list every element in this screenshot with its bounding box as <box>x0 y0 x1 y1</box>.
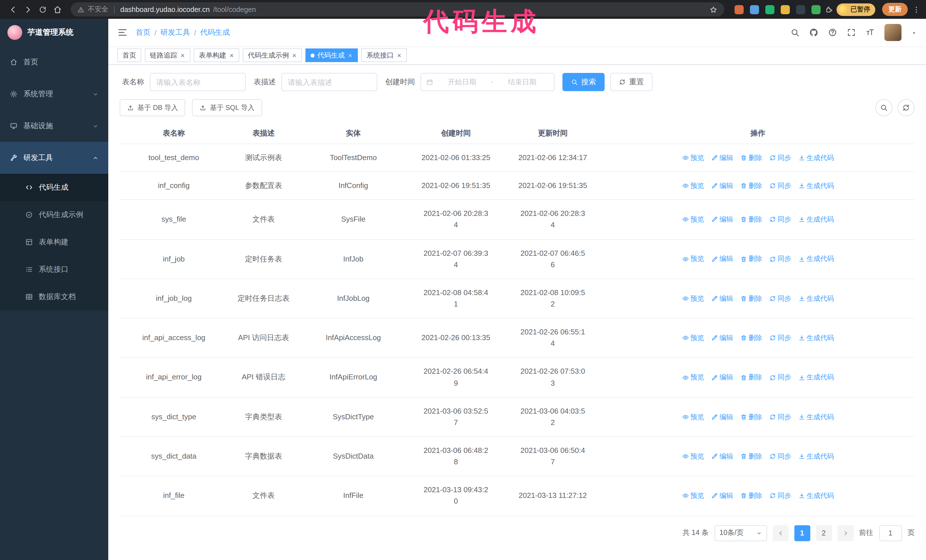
preview-link[interactable]: 预览 <box>682 412 704 422</box>
edit-link[interactable]: 编辑 <box>711 214 733 225</box>
extensions-puzzle-icon[interactable] <box>825 4 833 15</box>
close-icon[interactable] <box>180 53 185 58</box>
generate-code-link[interactable]: 生成代码 <box>798 333 834 343</box>
font-size-icon[interactable] <box>865 28 875 37</box>
date-range-picker[interactable]: 开始日期 - 结束日期 <box>421 73 554 91</box>
preview-link[interactable]: 预览 <box>682 491 704 501</box>
bookmark-star-icon[interactable] <box>709 5 717 14</box>
fullscreen-icon[interactable] <box>847 28 856 37</box>
generate-code-link[interactable]: 生成代码 <box>798 293 834 303</box>
sidebar-item-infrastructure[interactable]: 基础设施 <box>0 110 108 142</box>
hamburger-icon[interactable] <box>117 27 128 38</box>
sidebar-item-form-builder[interactable]: 表单构建 <box>0 228 108 256</box>
import-db-button[interactable]: 基于 DB 导入 <box>120 99 186 116</box>
delete-link[interactable]: 删除 <box>740 491 762 501</box>
toggle-search-button[interactable] <box>875 99 893 116</box>
page-size-select[interactable]: 10条/页 <box>714 525 767 541</box>
edit-link[interactable]: 编辑 <box>711 333 733 343</box>
preview-link[interactable]: 预览 <box>682 254 704 264</box>
extension-orange-icon[interactable] <box>734 5 743 14</box>
edit-link[interactable]: 编辑 <box>711 372 733 383</box>
sidebar-item-system-api[interactable]: 系统接口 <box>0 256 108 283</box>
extension-green-circle-icon[interactable] <box>765 5 774 14</box>
prev-page-button[interactable] <box>772 525 788 541</box>
user-menu-caret-icon[interactable] <box>911 27 917 38</box>
tab-首页[interactable]: 首页 <box>117 48 141 62</box>
table-name-input[interactable] <box>150 73 246 91</box>
close-icon[interactable] <box>229 53 234 58</box>
extension-dark-icon[interactable] <box>796 5 805 14</box>
sync-link[interactable]: 同步 <box>769 333 791 343</box>
sidebar-item-db-doc[interactable]: 数据库文档 <box>0 283 108 311</box>
delete-link[interactable]: 删除 <box>740 293 762 303</box>
goto-page-input[interactable] <box>879 525 902 541</box>
tab-链路追踪[interactable]: 链路追踪 <box>145 48 190 62</box>
sync-link[interactable]: 同步 <box>769 491 791 501</box>
back-button[interactable] <box>6 2 21 17</box>
close-icon[interactable] <box>292 53 297 58</box>
preview-link[interactable]: 预览 <box>682 451 704 462</box>
generate-code-link[interactable]: 生成代码 <box>798 372 834 383</box>
preview-link[interactable]: 预览 <box>682 333 704 343</box>
user-avatar[interactable] <box>884 24 902 41</box>
page-button-2[interactable]: 2 <box>816 525 832 541</box>
extension-multicolor-icon[interactable] <box>781 5 790 14</box>
breadcrumb-item-1[interactable]: 首页 <box>136 27 150 38</box>
edit-link[interactable]: 编辑 <box>711 293 733 303</box>
import-sql-button[interactable]: 基于 SQL 导入 <box>192 99 262 116</box>
sidebar-item-home[interactable]: 首页 <box>0 46 108 78</box>
tab-表单构建[interactable]: 表单构建 <box>194 48 239 62</box>
sync-link[interactable]: 同步 <box>769 293 791 303</box>
edit-link[interactable]: 编辑 <box>711 451 733 462</box>
edit-link[interactable]: 编辑 <box>711 412 733 422</box>
sidebar-item-dev-tools[interactable]: 研发工具 <box>0 142 108 174</box>
tab-代码生成示例[interactable]: 代码生成示例 <box>243 48 302 62</box>
browser-menu-icon[interactable] <box>912 4 920 15</box>
generate-code-link[interactable]: 生成代码 <box>798 214 834 225</box>
logo[interactable]: 芋道管理系统 <box>0 19 108 46</box>
sync-link[interactable]: 同步 <box>769 412 791 422</box>
help-icon[interactable] <box>828 28 837 37</box>
sync-link[interactable]: 同步 <box>769 181 791 191</box>
extension-blue-icon[interactable] <box>750 5 759 14</box>
breadcrumb-item-3[interactable]: 代码生成 <box>200 27 230 38</box>
generate-code-link[interactable]: 生成代码 <box>798 451 834 462</box>
reload-button[interactable] <box>35 2 50 17</box>
edit-link[interactable]: 编辑 <box>711 254 733 264</box>
github-icon[interactable] <box>809 28 818 37</box>
preview-link[interactable]: 预览 <box>682 214 704 225</box>
generate-code-link[interactable]: 生成代码 <box>798 152 834 163</box>
home-button[interactable] <box>50 2 65 17</box>
delete-link[interactable]: 删除 <box>740 181 762 191</box>
sidebar-item-codegen[interactable]: 代码生成 <box>0 174 108 201</box>
profile-chip[interactable]: 已暂停 <box>836 3 875 16</box>
edit-link[interactable]: 编辑 <box>711 181 733 191</box>
delete-link[interactable]: 删除 <box>740 412 762 422</box>
preview-link[interactable]: 预览 <box>682 372 704 383</box>
delete-link[interactable]: 删除 <box>740 214 762 225</box>
sync-link[interactable]: 同步 <box>769 451 791 462</box>
search-button[interactable]: 搜索 <box>563 73 605 91</box>
edit-link[interactable]: 编辑 <box>711 152 733 163</box>
sync-link[interactable]: 同步 <box>769 254 791 264</box>
preview-link[interactable]: 预览 <box>682 152 704 163</box>
sync-link[interactable]: 同步 <box>769 152 791 163</box>
sync-link[interactable]: 同步 <box>769 214 791 225</box>
extension-leaf-icon[interactable] <box>811 5 820 14</box>
delete-link[interactable]: 删除 <box>740 152 762 163</box>
breadcrumb-item-2[interactable]: 研发工具 <box>160 27 190 38</box>
tab-代码生成[interactable]: 代码生成 <box>306 48 358 62</box>
delete-link[interactable]: 删除 <box>740 451 762 462</box>
preview-link[interactable]: 预览 <box>682 293 704 303</box>
forward-button[interactable] <box>21 2 35 17</box>
generate-code-link[interactable]: 生成代码 <box>798 181 834 191</box>
sync-link[interactable]: 同步 <box>769 372 791 383</box>
tab-系统接口[interactable]: 系统接口 <box>361 48 407 62</box>
page-button-1[interactable]: 1 <box>794 525 810 541</box>
refresh-table-button[interactable] <box>897 99 915 116</box>
address-bar[interactable]: 不安全 dashboard.yudao.iocoder.cn/tool/code… <box>71 2 724 17</box>
delete-link[interactable]: 删除 <box>740 372 762 383</box>
browser-update-button[interactable]: 更新 <box>882 3 908 16</box>
generate-code-link[interactable]: 生成代码 <box>798 412 834 422</box>
edit-link[interactable]: 编辑 <box>711 491 733 501</box>
